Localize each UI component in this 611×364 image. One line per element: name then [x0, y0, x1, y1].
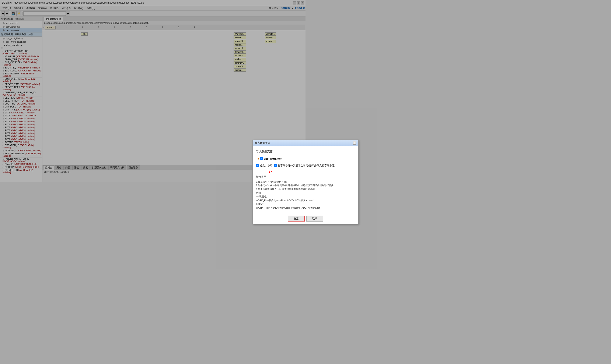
convert-case-label: 转换大小写: [260, 164, 272, 168]
checkbox-convert-case: 转换大小写: [256, 164, 272, 168]
hint-title: 转换提示: [256, 175, 306, 179]
modal-body: 导入数据实体 ■ dps_workitem 转换大小写 将字段备注作为显示名称(…: [253, 146, 306, 182]
modal-tree-item: ■ dps_workitem: [256, 156, 306, 161]
hint-line-1: 1.转换大小写只对新建列有效;: [256, 180, 306, 182]
entity-checkbox[interactable]: [260, 157, 263, 160]
modal-overlay: 导入数据实体 ✕ 导入数据实体 ■ dps_workitem 转换大小写 将字段…: [0, 0, 306, 182]
modal-section-title: 导入数据实体: [256, 150, 306, 154]
convert-case-checkbox[interactable]: [256, 164, 259, 167]
tree-entity-name: dps_workitem: [264, 157, 282, 160]
options-area: 转换大小写 将字段备注作为显示名称(数据库必须支持字段备注): [256, 164, 306, 168]
hint-text: 1.转换大小写只对新建列有效; 2.如果选中转换大小写 则表(视图)名或Fiel…: [256, 180, 306, 182]
tree-icon: ■: [258, 157, 259, 160]
field-comment-label: 将字段备注作为显示名称(数据库必须支持字段备注): [278, 164, 306, 168]
modal-header: 导入数据实体 ✕: [253, 140, 306, 146]
modal-title-text: 导入数据实体: [255, 141, 270, 145]
field-comment-checkbox[interactable]: [274, 164, 277, 167]
import-entity-modal: 导入数据实体 ✕ 导入数据实体 ■ dps_workitem 转换大小写 将字段…: [252, 140, 306, 182]
red-arrow-indicator: ↙: [268, 169, 274, 174]
checkbox-field-comment: 将字段备注作为显示名称(数据库必须支持字段备注): [274, 164, 306, 168]
